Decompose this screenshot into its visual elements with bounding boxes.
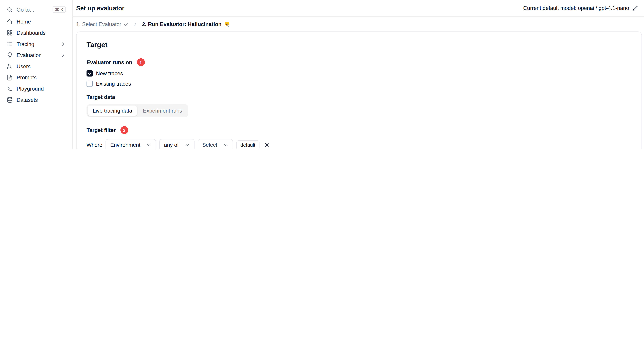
chevron-down-icon <box>146 142 152 148</box>
chevron-right-icon <box>60 53 66 58</box>
unchecked-checkbox-icon <box>86 81 93 87</box>
filter-value-select[interactable]: Select <box>198 139 233 149</box>
checkbox-label: Existing traces <box>96 81 131 87</box>
sidebar-item-dashboards[interactable]: Dashboards <box>4 27 68 38</box>
top-bar: Set up evaluator Current default model: … <box>73 0 644 16</box>
sidebar-item-tracing[interactable]: Tracing <box>4 38 68 50</box>
breadcrumb: 1. Select Evaluator 2. Run Evaluator: Ha… <box>73 16 644 31</box>
sidebar-nav: HomeDashboardsTracingEvaluationUsersProm… <box>4 16 68 106</box>
filter-condition-row: Where Environment any of Select <box>86 139 258 149</box>
playground-icon <box>7 86 13 92</box>
app-window: Go to... ⌘ K HomeDashboardsTracingEvalua… <box>0 0 644 149</box>
hallucination-emoji-icon <box>224 21 230 27</box>
chevron-down-icon <box>223 142 228 148</box>
evaluation-icon <box>7 52 13 58</box>
sidebar: Go to... ⌘ K HomeDashboardsTracingEvalua… <box>0 0 73 149</box>
sidebar-item-playground[interactable]: Playground <box>4 83 68 94</box>
goto-label: Go to... <box>16 6 48 12</box>
sidebar-item-home[interactable]: Home <box>4 16 68 27</box>
target-card: Target Evaluator runs on 1 New tracesExi… <box>76 31 642 149</box>
home-icon <box>7 18 13 25</box>
main-area: Set up evaluator Current default model: … <box>73 0 644 149</box>
keyboard-shortcut: ⌘ K <box>52 6 66 13</box>
filter-column-select[interactable]: Environment <box>106 139 156 149</box>
checked-checkbox-icon <box>86 70 93 76</box>
chevron-right-icon <box>60 41 66 47</box>
target-filter-row: Target filter 2 <box>86 126 632 134</box>
check-icon <box>124 22 129 27</box>
checkbox-new-traces[interactable]: New traces <box>86 70 632 76</box>
tracing-icon <box>7 41 13 47</box>
filter-builder: Where Environment any of Select <box>86 139 258 149</box>
where-label: Where <box>86 142 102 148</box>
sidebar-item-datasets[interactable]: Datasets <box>4 94 68 106</box>
datasets-icon <box>7 97 13 103</box>
runs-on-label: Evaluator runs on <box>86 59 132 65</box>
sidebar-item-prompts[interactable]: Prompts <box>4 72 68 83</box>
runs-on-row: Evaluator runs on 1 <box>86 58 632 66</box>
checkbox-existing-traces[interactable]: Existing traces <box>86 81 632 87</box>
filter-operator-select[interactable]: any of <box>160 139 194 149</box>
edit-model-icon[interactable] <box>633 5 638 11</box>
checkbox-label: New traces <box>96 70 123 76</box>
remove-filter-icon[interactable] <box>264 142 270 148</box>
default-model-label: Current default model: openai / gpt-4.1-… <box>523 5 629 11</box>
target-data-tabs: Live tracing dataExperiment runs <box>86 104 188 117</box>
target-filter-label: Target filter <box>86 127 116 133</box>
sidebar-item-evaluation[interactable]: Evaluation <box>4 50 68 61</box>
default-model-info: Current default model: openai / gpt-4.1-… <box>523 5 638 11</box>
step-badge-2: 2 <box>120 126 128 134</box>
goto-search[interactable]: Go to... ⌘ K <box>4 4 68 15</box>
tab-experiment-runs[interactable]: Experiment runs <box>138 105 187 116</box>
page-content: Target Evaluator runs on 1 New tracesExi… <box>73 31 644 149</box>
tab-live-tracing-data[interactable]: Live tracing data <box>88 105 137 116</box>
dashboards-icon <box>7 30 13 36</box>
target-data-row: Target data <box>86 94 632 100</box>
prompts-icon <box>7 74 13 80</box>
runs-on-options: New tracesExisting traces <box>86 70 632 87</box>
chevron-down-icon <box>184 142 190 148</box>
users-icon <box>7 63 13 69</box>
step-badge-1: 1 <box>137 58 145 66</box>
target-heading: Target <box>86 41 632 49</box>
filter-value-chip: default <box>236 140 260 149</box>
target-data-label: Target data <box>86 94 115 100</box>
step-run-evaluator: 2. Run Evaluator: Hallucination <box>142 21 230 27</box>
sidebar-item-users[interactable]: Users <box>4 61 68 72</box>
step-select-evaluator[interactable]: 1. Select Evaluator <box>76 21 129 27</box>
search-icon <box>7 6 13 12</box>
page-title: Set up evaluator <box>76 4 124 11</box>
chevron-right-icon <box>132 21 138 27</box>
